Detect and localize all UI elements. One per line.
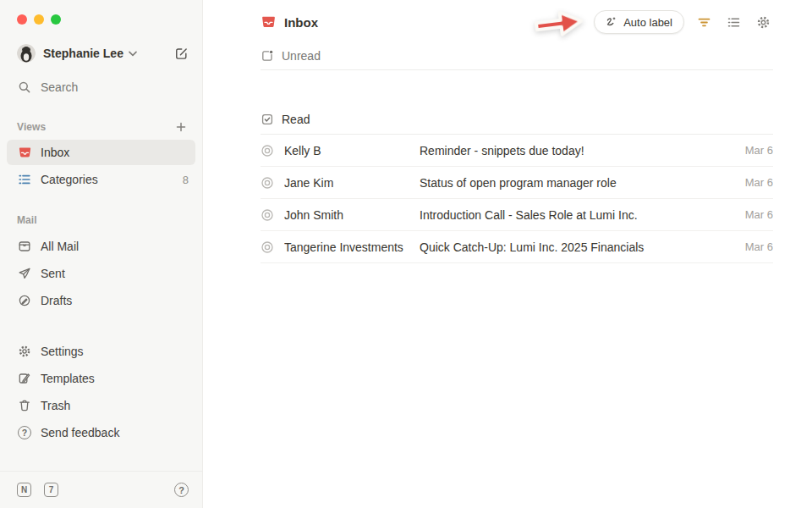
sidebar-item-send-feedback[interactable]: ? Send feedback <box>7 419 195 446</box>
all-mail-icon <box>17 239 32 254</box>
categories-count: 8 <box>183 174 189 186</box>
section-label: Read <box>282 113 310 126</box>
minimize-window-button[interactable] <box>34 14 44 25</box>
sidebar-item-drafts[interactable]: Drafts <box>7 287 195 314</box>
add-view-button[interactable] <box>173 119 189 135</box>
mail-section-label: Mail <box>17 214 37 226</box>
email-date: Mar 6 <box>745 176 773 189</box>
window-controls <box>0 0 202 25</box>
views-section-header: Views <box>0 119 202 135</box>
sidebar-item-label: Templates <box>41 372 95 385</box>
read-ring-icon <box>261 144 277 157</box>
draft-pencil-icon <box>17 293 32 308</box>
inbox-icon <box>261 14 277 30</box>
search-icon <box>17 80 32 95</box>
page-title: Inbox <box>284 15 318 30</box>
close-window-button[interactable] <box>17 14 27 25</box>
sidebar-item-categories[interactable]: Categories 8 <box>7 167 195 192</box>
unread-section-header[interactable]: Unread <box>261 41 773 70</box>
email-subject: Introduction Call - Sales Role at Lumi I… <box>420 208 735 222</box>
checked-checkbox-icon <box>261 113 274 126</box>
email-sender: John Smith <box>284 208 420 222</box>
sidebar-item-inbox[interactable]: Inbox <box>7 140 195 165</box>
email-row[interactable]: Tangerine Investments Quick Catch-Up: Lu… <box>261 231 773 263</box>
email-sender: Jane Kim <box>284 176 420 190</box>
notion-app-icon[interactable]: N <box>17 483 31 497</box>
mail-section-header: Mail <box>0 213 202 228</box>
bulleted-list-icon <box>17 172 32 187</box>
sidebar-item-templates[interactable]: Templates <box>7 365 195 392</box>
chevron-down-icon <box>129 51 137 57</box>
read-section-header[interactable]: Read <box>261 104 773 135</box>
sidebar-item-settings[interactable]: Settings <box>7 338 195 365</box>
email-date: Mar 6 <box>745 208 773 221</box>
email-date: Mar 6 <box>745 144 773 157</box>
sidebar-item-label: Settings <box>41 345 84 358</box>
search-button[interactable]: Search <box>0 77 202 97</box>
annotation-arrow-icon <box>531 4 587 42</box>
trash-icon <box>17 398 32 413</box>
sidebar-item-label: All Mail <box>41 240 79 253</box>
read-ring-icon <box>261 208 277 222</box>
profile-name: Stephanie Lee <box>43 47 123 60</box>
email-sender: Kelly B <box>284 144 420 157</box>
settings-gear-icon[interactable] <box>753 12 773 32</box>
email-subject: Status of open program manager role <box>420 176 735 190</box>
read-ring-icon <box>261 176 277 190</box>
email-subject: Quick Catch-Up: Lumi Inc. 2025 Financial… <box>420 240 735 254</box>
mail-list-panel: Inbox Auto label <box>203 0 812 508</box>
sidebar-item-trash[interactable]: Trash <box>7 392 195 419</box>
auto-label-button-label: Auto label <box>623 16 672 29</box>
main-header: Inbox Auto label <box>261 0 773 34</box>
search-label: Search <box>41 80 78 94</box>
email-row[interactable]: John Smith Introduction Call - Sales Rol… <box>261 199 773 231</box>
sidebar-bottom-bar: N 7 ? <box>0 471 202 508</box>
templates-icon <box>17 371 32 386</box>
email-date: Mar 6 <box>745 240 773 253</box>
email-subject: Reminder - snippets due today! <box>420 144 735 157</box>
sidebar-item-label: Sent <box>41 267 65 280</box>
auto-label-button[interactable]: Auto label <box>594 10 684 34</box>
filter-button[interactable] <box>694 12 714 32</box>
email-row[interactable]: Jane Kim Status of open program manager … <box>261 167 773 199</box>
unread-icon <box>261 49 274 63</box>
sidebar-item-label: Inbox <box>41 146 69 159</box>
section-label: Unread <box>282 49 321 63</box>
sidebar-item-label: Send feedback <box>41 426 119 439</box>
sidebar-item-label: Drafts <box>41 294 72 307</box>
calendar-app-icon[interactable]: 7 <box>44 483 58 497</box>
email-sender: Tangerine Investments <box>284 240 420 254</box>
views-section-label: Views <box>17 121 46 133</box>
sidebar-item-label: Trash <box>41 399 70 412</box>
zoom-window-button[interactable] <box>51 14 61 25</box>
sidebar-item-label: Categories <box>41 173 98 186</box>
sidebar-item-sent[interactable]: Sent <box>7 260 195 287</box>
sidebar: Stephanie Lee Search Views Inbox <box>0 0 203 508</box>
email-row[interactable]: Kelly B Reminder - snippets due today! M… <box>261 135 773 167</box>
avatar <box>17 44 36 63</box>
paper-plane-icon <box>17 266 32 281</box>
help-circle-icon: ? <box>17 425 32 440</box>
inbox-icon <box>17 145 32 160</box>
list-view-button[interactable] <box>723 12 743 32</box>
read-ring-icon <box>261 240 277 254</box>
account-switcher[interactable]: Stephanie Lee <box>0 43 202 64</box>
compose-button[interactable] <box>172 44 190 63</box>
help-button[interactable]: ? <box>174 483 189 497</box>
gear-icon <box>17 344 32 359</box>
auto-label-icon <box>604 15 617 29</box>
sidebar-item-all-mail[interactable]: All Mail <box>7 233 195 260</box>
